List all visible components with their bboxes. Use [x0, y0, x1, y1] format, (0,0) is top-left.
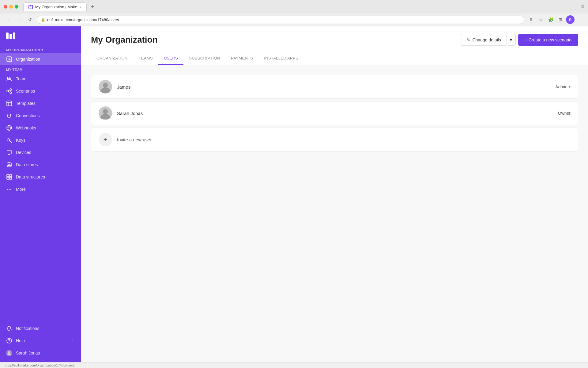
sidebar: MY ORGANIZATION ▾ Organization MY TEAM [0, 26, 81, 362]
svg-point-8 [10, 92, 12, 94]
logo-bar-1 [6, 33, 9, 39]
tab-subscription[interactable]: SUBSCRIPTION [183, 52, 225, 65]
invite-row[interactable]: + Invite a new user [91, 128, 578, 151]
dropdown-arrow-icon: ▾ [510, 37, 512, 42]
sidebar-item-templates-label: Templates [16, 101, 36, 106]
sidebar-item-connections[interactable]: Connections [0, 109, 81, 122]
browser-traffic-lights [4, 5, 18, 9]
user-more-icon: ⋮ [71, 351, 75, 355]
sidebar-item-data-structures-label: Data structures [16, 174, 45, 179]
forward-button[interactable]: › [15, 15, 23, 24]
browser-more-button[interactable]: ≡ [581, 4, 584, 10]
svg-rect-1 [30, 6, 31, 9]
page-tabs: ORGANIZATION TEAMS USERS SUBSCRIPTION PA… [91, 52, 578, 65]
svg-rect-9 [7, 101, 12, 106]
sidebar-item-webhooks[interactable]: Webhooks [0, 122, 81, 134]
tab-users[interactable]: USERS [158, 52, 183, 65]
team-icon [6, 76, 12, 82]
user-role-james[interactable]: Admin ▾ [555, 84, 571, 89]
bookmark-button[interactable]: ☆ [537, 15, 545, 24]
data-stores-icon [6, 162, 12, 168]
sidebar-item-data-stores[interactable]: Data stores [0, 159, 81, 171]
extensions-button[interactable]: 🧩 [546, 15, 555, 24]
tab-organization[interactable]: ORGANIZATION [91, 52, 133, 65]
main-content: My Organization ✎ Change details ▾ + Cre… [81, 26, 588, 362]
sidebar-item-help[interactable]: Help ⋮ [0, 335, 81, 347]
tab-teams-label: TEAMS [139, 56, 153, 60]
address-bar[interactable]: 🔒 eu1.make.com/organization/17480/users [37, 16, 524, 24]
sidebar-item-templates[interactable]: Templates [0, 97, 81, 109]
sidebar-item-more[interactable]: More [0, 183, 81, 195]
keys-icon [6, 137, 12, 143]
sidebar-item-data-structures[interactable]: Data structures [0, 171, 81, 183]
svg-point-27 [103, 83, 108, 88]
user-avatar-sarah [99, 106, 112, 120]
page-header-top: My Organization ✎ Change details ▾ + Cre… [91, 34, 578, 46]
svg-rect-2 [31, 6, 32, 9]
sidebar-item-user[interactable]: Sarah Jonas ⋮ [0, 347, 81, 359]
share-button[interactable]: ⬆ [527, 15, 535, 24]
back-button[interactable]: ‹ [4, 15, 12, 24]
sidebar-item-keys[interactable]: Keys [0, 134, 81, 146]
tab-title: My Organization | Make [35, 5, 77, 9]
user-name-sarah: Sarah Jonas [117, 111, 558, 116]
help-icon [6, 338, 12, 344]
user-row-james[interactable]: James Admin ▾ [91, 75, 578, 99]
my-organization-label: MY ORGANIZATION [6, 48, 40, 52]
notifications-icon [6, 325, 12, 332]
change-details-button[interactable]: ✎ Change details [461, 34, 507, 46]
create-scenario-button[interactable]: + Create a new scenario [518, 34, 578, 46]
close-window-button[interactable] [4, 5, 7, 9]
tab-payments[interactable]: PAYMENTS [225, 52, 258, 65]
svg-point-6 [7, 90, 9, 92]
sidebar-item-organization-label: Organization [16, 57, 40, 62]
minimize-window-button[interactable] [9, 5, 13, 9]
my-organization-section[interactable]: MY ORGANIZATION ▾ [0, 45, 81, 53]
data-structures-icon [6, 174, 12, 180]
svg-point-21 [10, 189, 11, 190]
user-role-sarah-text: Owner [558, 111, 571, 116]
change-details-label: Change details [472, 37, 501, 42]
svg-rect-18 [9, 177, 12, 179]
tab-organization-label: ORGANIZATION [96, 56, 128, 60]
tab-teams[interactable]: TEAMS [133, 52, 158, 65]
svg-rect-0 [29, 6, 30, 9]
svg-point-7 [10, 89, 12, 90]
page-header: My Organization ✎ Change details ▾ + Cre… [81, 26, 588, 65]
svg-point-14 [7, 163, 11, 164]
active-tab[interactable]: My Organization | Make × [23, 2, 87, 11]
maximize-window-button[interactable] [15, 5, 18, 9]
tab-close-button[interactable]: × [80, 5, 81, 9]
grid-button[interactable]: ⊞ [556, 15, 565, 24]
sidebar-item-data-stores-label: Data stores [16, 162, 38, 167]
svg-point-25 [8, 351, 10, 353]
refresh-button[interactable]: ↺ [26, 15, 34, 24]
browser-menu-button[interactable]: ⋮ [576, 15, 584, 24]
new-tab-button[interactable]: + [88, 2, 96, 11]
edit-icon: ✎ [467, 37, 470, 42]
user-avatar-james [99, 80, 112, 94]
profile-avatar[interactable]: S [566, 15, 575, 24]
my-team-section: MY TEAM [0, 65, 81, 73]
change-details-dropdown-button[interactable]: ▾ [507, 34, 515, 46]
sidebar-item-organization[interactable]: Organization [0, 53, 81, 65]
sidebar-item-scenarios[interactable]: Scenarios [0, 85, 81, 97]
svg-point-23 [9, 342, 9, 342]
sidebar-item-help-label: Help [16, 338, 25, 343]
sidebar-item-team[interactable]: Team [0, 73, 81, 85]
sidebar-item-user-label: Sarah Jonas [16, 351, 40, 355]
svg-rect-15 [7, 174, 9, 177]
user-row-sarah[interactable]: Sarah Jonas Owner [91, 101, 578, 125]
create-scenario-label: + Create a new scenario [525, 37, 571, 42]
svg-point-19 [7, 189, 8, 190]
svg-rect-13 [7, 150, 11, 154]
sidebar-item-devices[interactable]: Devices [0, 146, 81, 159]
tab-installed-apps-label: INSTALLED APPS [264, 56, 298, 60]
sidebar-item-notifications-label: Notifications [16, 326, 39, 331]
user-list: James Admin ▾ Sarah Jon [91, 75, 578, 154]
logo-bar-2 [9, 34, 12, 39]
tab-installed-apps[interactable]: INSTALLED APPS [258, 52, 304, 65]
app-layout: MY ORGANIZATION ▾ Organization MY TEAM [0, 26, 588, 362]
devices-icon [6, 149, 12, 155]
sidebar-item-notifications[interactable]: Notifications [0, 322, 81, 335]
